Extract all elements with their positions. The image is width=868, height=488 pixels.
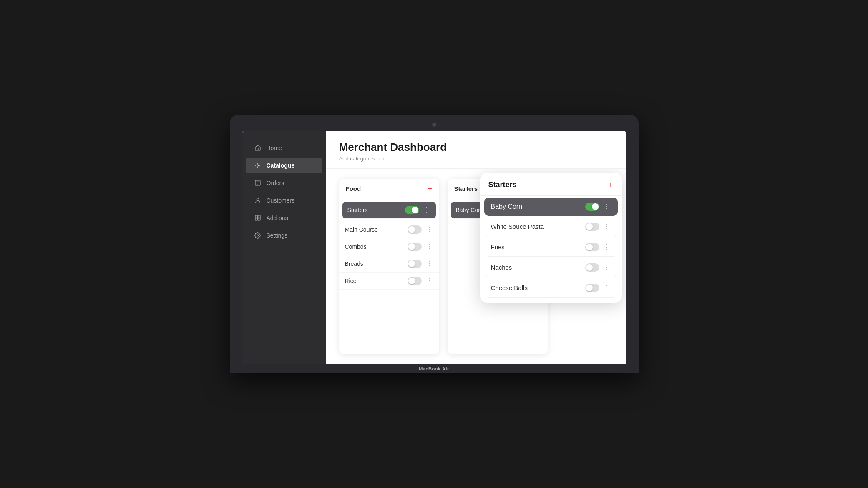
laptop-screen: Home Catalogue Orders	[242, 131, 626, 364]
popup-fries-toggle[interactable]	[585, 243, 599, 251]
food-combos-menu-button[interactable]: ⋮	[425, 243, 433, 250]
customers-icon	[254, 197, 262, 204]
starters-mini-card-title: Starters	[454, 185, 478, 192]
food-card-add-button[interactable]: +	[428, 185, 433, 193]
popup-babycorn-toggle[interactable]	[585, 203, 599, 211]
popup-cheeseballs-toggle[interactable]	[585, 284, 599, 292]
food-category-rice-controls: ⋮	[408, 277, 433, 285]
food-card: Food + Starters ⋮	[339, 179, 439, 354]
settings-icon	[254, 232, 262, 239]
popup-row-babycorn-controls: ⋮	[585, 203, 611, 211]
svg-rect-7	[258, 215, 260, 218]
sidebar-item-home[interactable]: Home	[246, 140, 322, 156]
sidebar-item-addons[interactable]: Add-ons	[246, 210, 322, 226]
sidebar-label-addons: Add-ons	[267, 215, 288, 221]
orders-icon	[254, 179, 262, 187]
laptop-base: MacBook Air	[242, 364, 626, 373]
popup-row-whitepasta-controls: ⋮	[585, 223, 611, 231]
popup-babycorn-menu-button[interactable]: ⋮	[603, 203, 611, 210]
main-header: Merchant Dashboard Add categories here	[326, 131, 626, 169]
food-rice-menu-button[interactable]: ⋮	[425, 278, 433, 284]
popup-whitepasta-menu-button[interactable]: ⋮	[603, 223, 611, 230]
food-category-combos-controls: ⋮	[408, 243, 433, 251]
popup-row-fries-controls: ⋮	[585, 243, 611, 251]
sidebar-label-settings: Settings	[267, 232, 288, 239]
sidebar-label-orders: Orders	[267, 180, 284, 186]
popup-row-nachos-controls: ⋮	[585, 263, 611, 272]
food-category-combos-label: Combos	[345, 243, 367, 250]
food-card-title: Food	[346, 185, 361, 192]
svg-rect-8	[255, 218, 257, 220]
svg-point-0	[257, 165, 259, 166]
popup-row-whitepasta-label: White Souce Pasta	[491, 223, 544, 230]
popup-nachos-toggle[interactable]	[585, 263, 599, 272]
page-title: Merchant Dashboard	[339, 141, 613, 154]
food-category-combos[interactable]: Combos ⋮	[339, 238, 439, 255]
popup-whitepasta-toggle[interactable]	[585, 223, 599, 231]
popup-header: Starters +	[480, 173, 622, 196]
food-maincourse-menu-button[interactable]: ⋮	[425, 226, 433, 233]
popup-row-fries-label: Fries	[491, 243, 505, 250]
popup-cheeseballs-menu-button[interactable]: ⋮	[603, 285, 611, 291]
food-category-starters-controls: ⋮	[405, 206, 431, 214]
laptop-frame: Home Catalogue Orders	[230, 115, 639, 373]
starters-mini-babycorn-label: Baby Corn	[456, 207, 483, 213]
sidebar-item-customers[interactable]: Customers	[246, 193, 322, 208]
food-combos-toggle[interactable]	[408, 243, 422, 251]
popup-row-cheeseballs-label: Cheese Balls	[491, 284, 528, 291]
cards-area: Food + Starters ⋮	[326, 169, 626, 364]
food-category-starters-label: Starters	[347, 207, 368, 213]
popup-row-fries[interactable]: Fries ⋮	[484, 238, 618, 257]
food-category-maincourse[interactable]: Main Course ⋮	[339, 221, 439, 238]
food-card-header: Food +	[339, 179, 439, 199]
popup-row-whitepasta[interactable]: White Souce Pasta ⋮	[484, 218, 618, 236]
food-rice-toggle[interactable]	[408, 277, 422, 285]
popup-row-babycorn-label: Baby Corn	[491, 203, 523, 210]
food-breads-menu-button[interactable]: ⋮	[425, 260, 433, 267]
popup-row-nachos-label: Nachos	[491, 264, 512, 271]
food-category-rice[interactable]: Rice ⋮	[339, 273, 439, 290]
laptop-camera	[432, 123, 436, 127]
food-category-maincourse-label: Main Course	[345, 226, 378, 233]
popup-nachos-menu-button[interactable]: ⋮	[603, 264, 611, 271]
sidebar-label-home: Home	[267, 145, 282, 151]
food-maincourse-toggle[interactable]	[408, 225, 422, 234]
popup-row-nachos[interactable]: Nachos ⋮	[484, 258, 618, 277]
food-category-breads-label: Breads	[345, 260, 363, 267]
home-icon	[254, 144, 262, 152]
popup-fries-menu-button[interactable]: ⋮	[603, 244, 611, 250]
popup-row-babycorn[interactable]: Baby Corn ⋮	[484, 198, 618, 216]
main-content: Merchant Dashboard Add categories here F…	[326, 131, 626, 364]
catalogue-icon	[254, 162, 262, 169]
food-category-maincourse-controls: ⋮	[408, 225, 433, 234]
food-category-rice-label: Rice	[345, 278, 357, 284]
sidebar-item-settings[interactable]: Settings	[246, 228, 322, 243]
popup-row-cheeseballs-controls: ⋮	[585, 284, 611, 292]
page-subtitle: Add categories here	[339, 155, 613, 162]
sidebar-label-customers: Customers	[267, 197, 295, 204]
popup-row-cheeseballs[interactable]: Cheese Balls ⋮	[484, 279, 618, 298]
popup-title: Starters	[488, 180, 517, 189]
food-category-breads[interactable]: Breads ⋮	[339, 255, 439, 273]
svg-point-5	[257, 198, 259, 200]
addons-icon	[254, 214, 262, 222]
sidebar-item-orders[interactable]: Orders	[246, 175, 322, 191]
popup-card: Starters + Baby Corn ⋮	[480, 173, 622, 303]
sidebar-label-catalogue: Catalogue	[267, 162, 295, 169]
svg-rect-9	[258, 218, 260, 220]
food-starters-toggle[interactable]	[405, 206, 419, 214]
sidebar-item-catalogue[interactable]: Catalogue	[246, 158, 322, 173]
popup-add-button[interactable]: +	[608, 180, 614, 190]
svg-point-10	[257, 235, 259, 236]
food-breads-toggle[interactable]	[408, 260, 422, 268]
food-category-breads-controls: ⋮	[408, 260, 433, 268]
sidebar: Home Catalogue Orders	[242, 131, 326, 364]
food-category-starters[interactable]: Starters ⋮	[342, 202, 436, 219]
food-starters-menu-button[interactable]: ⋮	[423, 207, 431, 213]
svg-rect-6	[255, 215, 257, 218]
app-container: Home Catalogue Orders	[242, 131, 626, 364]
macbook-label: MacBook Air	[419, 366, 449, 371]
